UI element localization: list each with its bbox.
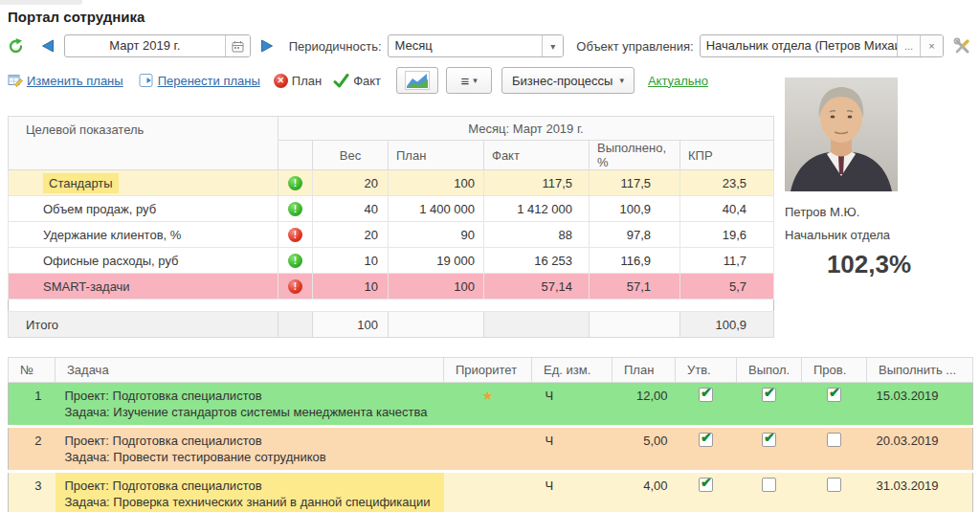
status-exclamation-icon: ! (288, 279, 302, 294)
kpi-name: SMART-задачи (9, 274, 278, 300)
period-controls-row: Март 2019 г. Периодичность: Месяц ▾ Объе… (8, 33, 972, 58)
tasks-header-checked: Пров. (802, 358, 867, 383)
kpi-done: 117,5 (590, 170, 680, 196)
next-period-icon[interactable] (260, 39, 275, 54)
checkbox-approved[interactable] (699, 478, 713, 492)
business-processes-label: Бизнес-процессы (512, 74, 612, 88)
page-title: Портал сотрудника (8, 0, 972, 25)
task-title: Задача: Провести тестирование сотруднико… (65, 449, 434, 465)
kpi-name: Удержание клиентов, % (9, 222, 278, 248)
previous-period-icon[interactable] (40, 39, 55, 54)
management-object-input[interactable]: Начальник отдела (Петров Михаил Юрье (701, 35, 897, 56)
tasks-header-unit: Ед. изм. (532, 358, 612, 383)
kpi-row-standards[interactable]: Стандарты ! 20 100 117,5 117,5 23,5 (9, 170, 774, 196)
kpi-fact: 88 (484, 222, 590, 248)
kpi-weight: 20 (313, 222, 389, 248)
hamburger-icon: ≡ (460, 73, 469, 89)
checkbox-completed[interactable] (762, 478, 776, 492)
employee-position: Начальник отдела (785, 228, 965, 242)
kpi-row-retention[interactable]: Удержание клиентов, % ! 20 90 88 97,8 19… (9, 222, 774, 248)
actual-link[interactable]: Актуально (648, 74, 708, 88)
checkbox-checked[interactable] (827, 433, 841, 447)
edit-plans-icon (8, 73, 23, 88)
checkbox-checked[interactable] (827, 478, 841, 492)
kpi-spacer-row (9, 300, 774, 312)
period-date-input[interactable]: Март 2019 г. (65, 35, 225, 56)
kpi-row-expenses[interactable]: Офисные расходы, руб ! 10 19 000 16 253 … (9, 248, 774, 274)
chevron-down-icon: ▾ (473, 76, 478, 85)
checkbox-checked[interactable] (827, 388, 841, 402)
kpi-weight: 10 (313, 248, 389, 274)
kpi-row-sales[interactable]: Объем продаж, руб ! 40 1 400 000 1 412 0… (9, 196, 774, 222)
checkbox-approved[interactable] (699, 388, 713, 402)
kpi-header-plan: План (389, 141, 484, 170)
refresh-icon[interactable] (8, 37, 24, 55)
kpi-weight: 20 (313, 170, 389, 196)
task-due-date: 15.03.2019 (867, 383, 973, 427)
kpi-weight: 40 (313, 196, 389, 222)
task-unit: Ч (532, 427, 612, 472)
task-number: 1 (9, 383, 56, 427)
kpi-kpr: 40,4 (680, 196, 774, 222)
status-exclamation-icon: ! (288, 228, 302, 242)
plan-label: План (292, 74, 322, 88)
kpi-done: 116,9 (590, 248, 680, 274)
tasks-header-completed: Выпол. (737, 358, 802, 383)
business-processes-button[interactable]: Бизнес-процессы▾ (501, 67, 635, 94)
settings-wrench-icon[interactable] (952, 35, 972, 56)
kpi-header-status (278, 141, 313, 170)
kpi-plan: 90 (389, 222, 484, 248)
task-title: Задача: Изучение стандартов системы мене… (65, 404, 434, 420)
menu-button[interactable]: ≡▾ (446, 67, 492, 94)
status-exclamation-icon: ! (288, 202, 302, 216)
task-project: Проект: Подготовка специалистов (65, 388, 434, 404)
task-unit: Ч (532, 472, 612, 512)
kpi-row-smart[interactable]: SMART-задачи ! 10 100 57,14 57,1 5,7 (9, 274, 774, 300)
management-object-field: Начальник отдела (Петров Михаил Юрье ...… (700, 34, 944, 57)
status-exclamation-icon: ! (288, 176, 302, 190)
window-tab-artifact (0, 0, 82, 5)
kpi-header-month-group: Месяц: Март 2019 г. (278, 117, 774, 141)
kpi-fact: 57,14 (484, 274, 590, 300)
object-picker-button[interactable]: ... (897, 35, 920, 56)
employee-portal-page: Портал сотрудника Март 2019 г. Периодичн… (0, 0, 980, 512)
kpi-fact: 1 412 000 (484, 196, 590, 222)
chevron-down-icon: ▾ (619, 76, 624, 85)
kpi-total-weight: 100 (313, 312, 389, 338)
tasks-header-due: Выполнить ... (867, 358, 973, 383)
task-row-2[interactable]: 2 Проект: Подготовка специалистовЗадача:… (9, 427, 973, 472)
kpi-header-fact: Факт (484, 141, 590, 170)
tasks-header-approved: Утв. (676, 358, 737, 383)
edit-plans-link[interactable]: Изменить планы (27, 74, 123, 88)
calendar-icon[interactable] (225, 35, 250, 56)
periodicity-value: Месяц (389, 35, 543, 56)
kpi-kpr: 23,5 (680, 170, 774, 196)
task-row-1[interactable]: 1 Проект: Подготовка специалистовЗадача:… (9, 383, 973, 427)
chevron-down-icon[interactable]: ▾ (542, 35, 563, 56)
task-row-3[interactable]: 3 Проект: Подготовка специалистовЗадача:… (9, 472, 973, 512)
checkbox-completed[interactable] (762, 433, 776, 447)
periodicity-select[interactable]: Месяц ▾ (388, 34, 565, 57)
kpi-kpr: 5,7 (680, 274, 774, 300)
tasks-table: № Задача Приоритет Ед. изм. План Утв. Вы… (8, 357, 973, 512)
kpi-plan: 1 400 000 (389, 196, 484, 222)
move-plans-icon (139, 73, 154, 88)
kpi-header-done: Выполнено, % (590, 141, 680, 170)
checkbox-approved[interactable] (699, 433, 713, 447)
task-plan: 5,00 (612, 427, 676, 472)
kpi-plan: 19 000 (389, 248, 484, 274)
kpi-done: 100,9 (590, 196, 680, 222)
priority-star-icon: ★ (482, 389, 494, 403)
checkbox-completed[interactable] (762, 388, 776, 402)
task-project: Проект: Подготовка специалистов (65, 433, 434, 449)
move-plans-link[interactable]: Перенести планы (158, 74, 260, 88)
object-clear-button[interactable]: × (920, 35, 943, 56)
kpi-fact: 117,5 (484, 170, 590, 196)
tasks-header-task: Задача (56, 358, 444, 383)
kpi-kpr: 11,7 (680, 248, 774, 274)
chart-button[interactable] (396, 67, 438, 94)
actions-toolbar: Изменить планы Перенести планы ✕ План Фа… (8, 66, 775, 95)
kpi-done: 97,8 (590, 222, 680, 248)
kpi-plan: 100 (389, 274, 484, 300)
kpi-fact: 16 253 (484, 248, 590, 274)
